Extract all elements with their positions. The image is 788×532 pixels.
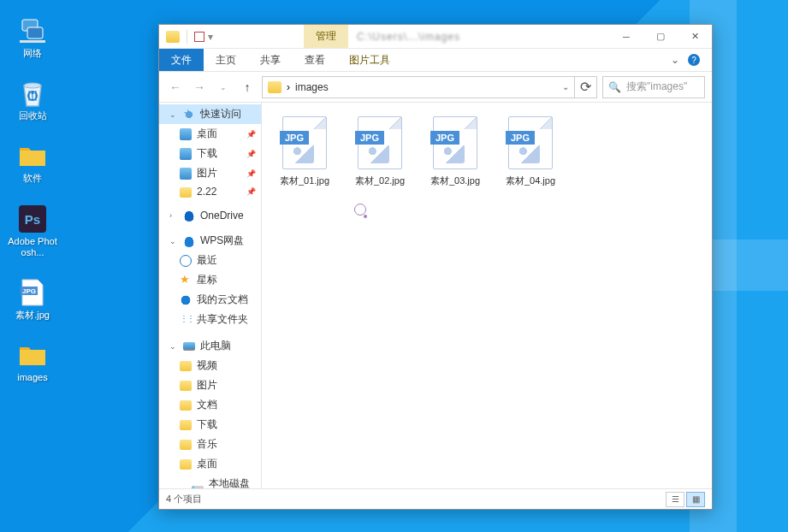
pin-icon: 📌 [246, 187, 256, 196]
sidebar-label: 共享文件夹 [197, 312, 248, 327]
image-icon [290, 145, 314, 163]
sidebar-label: 文档 [197, 398, 217, 412]
sidebar-item-downloads2[interactable]: 下载 [159, 415, 261, 434]
sidebar-item-mycloud[interactable]: 我的云文档 [159, 290, 261, 310]
sidebar-item-wps[interactable]: ⌄WPS网盘 [159, 231, 261, 251]
desktop-icon-photoshop[interactable]: Ps Adobe Photosh... [7, 204, 58, 258]
search-input[interactable]: 🔍 搜索"images" [602, 76, 705, 98]
file-type-badge: JPG [280, 131, 309, 145]
file-name: 素材_01.jpg [280, 174, 329, 187]
photoshop-icon: Ps [17, 204, 48, 234]
file-item[interactable]: JPG 素材_02.jpg [347, 113, 412, 191]
desktop-icon-images-folder[interactable]: images [7, 340, 58, 383]
tab-image-tools[interactable]: 图片工具 [337, 49, 402, 71]
sidebar-item-documents[interactable]: 文档 [159, 395, 261, 415]
tab-view[interactable]: 查看 [293, 49, 337, 71]
star-icon [183, 109, 195, 121]
desktop-icon-material-jpg[interactable]: JPG 素材.jpg [7, 277, 58, 321]
sidebar-item-thispc[interactable]: ⌄此电脑 [159, 336, 261, 356]
svg-text:Ps: Ps [25, 212, 40, 227]
sidebar-label: 星标 [197, 273, 217, 287]
desktop-icon-network[interactable]: 网络 [7, 15, 58, 59]
pictures-icon [180, 168, 192, 180]
sidebar-item-shared[interactable]: 共享文件夹 [159, 310, 261, 329]
refresh-button[interactable]: ⟳ [575, 76, 597, 98]
sidebar-item-pictures2[interactable]: 图片 [159, 375, 261, 395]
cloud-icon [180, 294, 192, 306]
sidebar-label: 图片 [197, 378, 217, 393]
desktop-icon-label: 回收站 [19, 110, 47, 121]
address-input[interactable]: › images ⌄ [262, 76, 575, 98]
image-icon [365, 145, 389, 163]
view-details-button[interactable]: ☰ [666, 492, 684, 507]
sidebar-item-starred[interactable]: 星标 [159, 270, 261, 290]
file-name: 素材_04.jpg [506, 174, 555, 187]
address-bar: ← → ⌄ ↑ › images ⌄ ⟳ 🔍 搜索"images" [159, 72, 712, 103]
jpg-file-icon: JPG [17, 277, 48, 308]
view-icons-button[interactable]: ▦ [686, 492, 705, 507]
folder-icon [268, 81, 281, 93]
sidebar-item-pictures[interactable]: 图片📌 [159, 163, 261, 183]
file-area[interactable]: JPG 素材_01.jpg JPG 素材_02.jpg JPG 素材_03.jp… [262, 103, 712, 488]
desktop-icon-label: 网络 [23, 48, 42, 59]
sidebar-label: 最近 [197, 253, 217, 268]
file-item[interactable]: JPG 素材_03.jpg [423, 113, 488, 191]
sidebar: ⌄快速访问 桌面📌 下载📌 图片📌 2.22📌 ›OneDrive ⌄WPS网盘… [159, 103, 262, 488]
downloads-icon [180, 148, 192, 160]
sidebar-label: 视频 [197, 358, 217, 373]
sidebar-item-localdisk[interactable]: ›本地磁盘 (C:) [159, 474, 261, 488]
tab-home[interactable]: 主页 [204, 49, 248, 71]
qat-button[interactable]: ▾ [208, 31, 220, 43]
expand-ribbon-icon[interactable]: ⌄ [671, 54, 679, 66]
address-dropdown-icon[interactable]: ⌄ [562, 82, 569, 92]
sidebar-label: 此电脑 [200, 339, 231, 353]
sidebar-item-video[interactable]: 视频 [159, 356, 261, 375]
tab-share[interactable]: 共享 [248, 49, 293, 71]
breadcrumb-current[interactable]: images [295, 81, 329, 93]
sidebar-label: 桌面 [197, 457, 217, 471]
onedrive-icon [183, 210, 195, 222]
file-item[interactable]: JPG 素材_01.jpg [272, 113, 337, 191]
desktop-icon-software[interactable]: 软件 [7, 140, 58, 184]
maximize-button[interactable]: ▢ [643, 25, 678, 49]
up-button[interactable]: ↑ [238, 78, 257, 97]
qat-button[interactable] [194, 32, 204, 42]
ribbon-right: ⌄ ? [659, 49, 712, 71]
share-icon [180, 314, 192, 326]
folder-icon [166, 31, 180, 43]
sidebar-label: 桌面 [197, 127, 217, 141]
back-button[interactable]: ← [166, 78, 185, 97]
minimize-button[interactable]: ─ [609, 25, 643, 49]
sidebar-item-downloads[interactable]: 下载📌 [159, 144, 261, 163]
search-icon: 🔍 [608, 81, 621, 93]
file-name: 素材_02.jpg [355, 174, 405, 187]
recycle-icon [17, 78, 48, 109]
folder-icon [180, 440, 192, 450]
view-buttons: ☰ ▦ [666, 492, 705, 507]
search-placeholder: 搜索"images" [626, 80, 687, 94]
sidebar-label: WPS网盘 [200, 233, 244, 248]
sidebar-label: 2.22 [197, 186, 216, 198]
desktop-icon-label: images [17, 372, 47, 383]
sidebar-item-recent[interactable]: 最近 [159, 251, 261, 270]
desktop-icon-label: 软件 [23, 173, 42, 184]
divider [187, 30, 187, 44]
sidebar-label: 下载 [197, 417, 217, 432]
sidebar-item-onedrive[interactable]: ›OneDrive [159, 207, 261, 224]
sidebar-item-quick-access[interactable]: ⌄快速访问 [159, 104, 261, 124]
window-controls: ─ ▢ ✕ [609, 25, 712, 49]
close-button[interactable]: ✕ [678, 25, 712, 49]
desktop-icon-recycle[interactable]: 回收站 [7, 78, 58, 121]
file-item[interactable]: JPG 素材_04.jpg [498, 113, 563, 191]
help-icon[interactable]: ? [688, 54, 700, 66]
recent-dropdown-icon[interactable]: ⌄ [214, 78, 233, 97]
svg-point-3 [24, 83, 41, 88]
folder-icon [180, 420, 192, 430]
sidebar-item-desktop[interactable]: 桌面📌 [159, 124, 261, 144]
tab-file[interactable]: 文件 [159, 49, 204, 71]
forward-button[interactable]: → [190, 78, 209, 97]
sidebar-item-222[interactable]: 2.22📌 [159, 183, 261, 200]
folder-icon [180, 381, 192, 391]
sidebar-item-desktop2[interactable]: 桌面 [159, 454, 261, 474]
sidebar-item-music[interactable]: 音乐 [159, 434, 261, 454]
